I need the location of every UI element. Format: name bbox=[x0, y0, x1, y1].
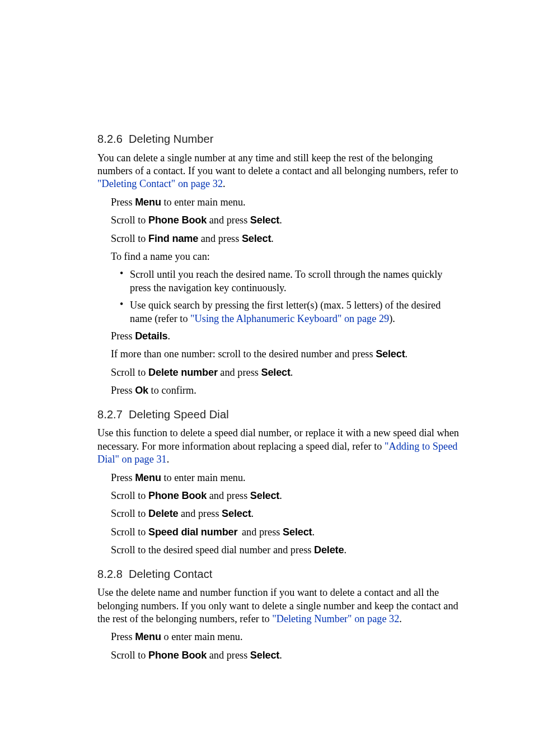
secnum-8-2-8: 8.2.8 bbox=[97, 567, 129, 582]
text: Press bbox=[111, 197, 135, 208]
step-scroll-desired-speeddial: Scroll to the desired speed dial number … bbox=[111, 544, 463, 557]
step-scroll-deletenumber: Scroll to Delete number and press Select… bbox=[111, 366, 463, 379]
step-scroll-phonebook-2: Scroll to Phone Book and press Select. bbox=[111, 489, 463, 502]
menu-label: Menu bbox=[135, 472, 161, 483]
menu-label: Menu bbox=[135, 197, 161, 208]
ok-label: Ok bbox=[135, 385, 148, 396]
phonebook-label: Phone Book bbox=[148, 214, 207, 226]
select-label: Select bbox=[250, 214, 279, 226]
findname-label: Find name bbox=[148, 233, 198, 244]
menu-label: Menu bbox=[135, 631, 161, 642]
title-8-2-8: Deleting Contact bbox=[129, 568, 212, 580]
link-deleting-number[interactable]: "Deleting Number" on page 32 bbox=[272, 613, 399, 624]
step-ifmore: If more than one number: scroll to the d… bbox=[111, 348, 463, 361]
text: to enter main menu. bbox=[161, 197, 246, 208]
text: and press bbox=[207, 490, 250, 501]
text: . bbox=[279, 490, 282, 501]
text: . bbox=[405, 348, 408, 360]
text: If more than one number: scroll to the d… bbox=[111, 348, 376, 360]
delete-label: Delete bbox=[148, 508, 178, 519]
list-item: Use quick search by pressing the first l… bbox=[120, 299, 463, 325]
intro-8-2-6: You can delete a single number at any ti… bbox=[97, 152, 463, 191]
secnum-8-2-6: 8.2.6 bbox=[97, 132, 129, 147]
heading-8-2-6: 8.2.6Deleting Number bbox=[97, 132, 463, 147]
step-press-details: Press Details. bbox=[111, 330, 463, 343]
text: Scroll to bbox=[111, 214, 148, 226]
text: . bbox=[399, 613, 402, 624]
step-press-ok: Press Ok to confirm. bbox=[111, 384, 463, 397]
intro-8-2-8: Use the delete name and number function … bbox=[97, 586, 463, 626]
select-label: Select bbox=[242, 233, 271, 244]
text: You can delete a single number at any ti… bbox=[97, 152, 458, 176]
text: Press bbox=[111, 631, 135, 642]
step-press-menu-2: Press Menu to enter main menu. bbox=[111, 472, 463, 484]
step-press-menu: Press Menu to enter main menu. bbox=[111, 196, 463, 209]
text: . bbox=[279, 650, 282, 661]
select-label: Select bbox=[250, 490, 279, 501]
select-label: Select bbox=[376, 348, 405, 360]
phonebook-label: Phone Book bbox=[148, 650, 207, 661]
title-8-2-7: Deleting Speed Dial bbox=[129, 408, 229, 421]
text: . bbox=[251, 508, 254, 519]
link-deleting-contact[interactable]: "Deleting Contact" on page 32 bbox=[97, 178, 223, 189]
text: . bbox=[291, 367, 293, 378]
text: o enter main menu. bbox=[161, 631, 243, 642]
find-name-list: Scroll until you reach the desired name.… bbox=[120, 268, 463, 325]
step-scroll-delete: Scroll to Delete and press Select. bbox=[111, 507, 463, 520]
step-press-menu-3: Press Menu o enter main menu. bbox=[111, 631, 463, 643]
phonebook-label: Phone Book bbox=[148, 490, 207, 501]
text: . bbox=[271, 233, 274, 244]
secnum-8-2-7: 8.2.7 bbox=[97, 408, 129, 422]
text: and press bbox=[207, 214, 250, 226]
list-item: Scroll until you reach the desired name.… bbox=[120, 268, 463, 295]
deletenumber-label: Delete number bbox=[148, 367, 218, 378]
text: Scroll to bbox=[111, 233, 148, 244]
text: Scroll to bbox=[111, 650, 148, 661]
step-scroll-phonebook-3: Scroll to Phone Book and press Select. bbox=[111, 649, 463, 662]
step-scroll-findname: Scroll to Find name and press Select. bbox=[111, 232, 463, 245]
text: and press bbox=[207, 650, 250, 661]
text: and press bbox=[239, 526, 283, 538]
step-scroll-speeddial: Scroll to Speed dial number and press Se… bbox=[111, 526, 463, 539]
text: and press bbox=[218, 367, 261, 378]
text: . bbox=[279, 214, 282, 226]
step-scroll-phonebook: Scroll to Phone Book and press Select. bbox=[111, 214, 463, 227]
text: . bbox=[223, 178, 226, 189]
speeddialnumber-label: Speed dial number bbox=[148, 526, 237, 538]
text: . bbox=[344, 544, 346, 556]
select-label: Select bbox=[283, 526, 312, 538]
text: ). bbox=[389, 313, 395, 324]
title-8-2-6: Deleting Number bbox=[129, 133, 214, 145]
delete-label: Delete bbox=[314, 544, 344, 556]
text: to enter main menu. bbox=[161, 472, 246, 483]
text: Press bbox=[111, 330, 135, 342]
details-label: Details bbox=[135, 330, 167, 342]
select-label: Select bbox=[222, 508, 251, 519]
select-label: Select bbox=[261, 367, 290, 378]
text: Press bbox=[111, 385, 135, 396]
text: to confirm. bbox=[148, 385, 196, 396]
intro-8-2-7: Use this function to delete a speed dial… bbox=[97, 427, 463, 466]
text: . bbox=[167, 454, 170, 465]
link-alpha-keyboard[interactable]: "Using the Alphanumeric Keyboard" on pag… bbox=[190, 313, 389, 324]
text: Scroll to bbox=[111, 490, 148, 501]
tofind-text: To find a name you can: bbox=[111, 250, 463, 263]
text: Scroll to bbox=[111, 508, 148, 519]
text: Scroll to bbox=[111, 526, 148, 538]
text: and press bbox=[198, 233, 242, 244]
text: Scroll until you reach the desired name.… bbox=[130, 269, 442, 293]
heading-8-2-7: 8.2.7Deleting Speed Dial bbox=[97, 408, 463, 422]
text: . bbox=[167, 330, 170, 342]
text: . bbox=[312, 526, 315, 538]
page-content: 8.2.6Deleting Number You can delete a si… bbox=[0, 0, 534, 662]
select-label: Select bbox=[250, 650, 279, 661]
text: Scroll to the desired speed dial number … bbox=[111, 544, 314, 556]
text: and press bbox=[178, 508, 222, 519]
text: Scroll to bbox=[111, 367, 148, 378]
text: Press bbox=[111, 472, 135, 483]
heading-8-2-8: 8.2.8Deleting Contact bbox=[97, 567, 463, 582]
